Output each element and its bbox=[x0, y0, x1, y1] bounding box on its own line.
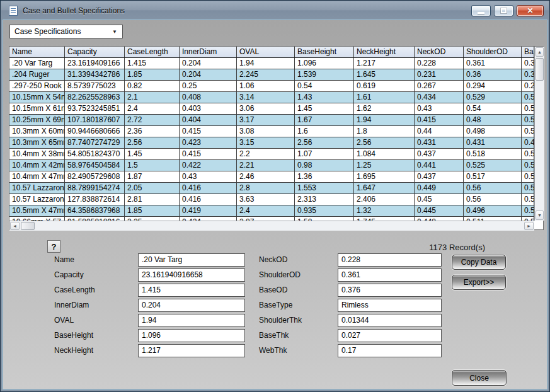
scroll-up-icon: ▲ bbox=[537, 50, 542, 54]
scroll-left-button[interactable]: ◄ bbox=[10, 222, 20, 230]
field-label: NeckHeight bbox=[54, 346, 93, 355]
table-row[interactable]: .204 Ruger31.33943427861.850.2042.2451.5… bbox=[9, 69, 534, 81]
column-header[interactable]: NeckHeight bbox=[354, 47, 415, 57]
column-header[interactable]: InnerDiam bbox=[180, 47, 237, 57]
table-cell: 0.36 bbox=[464, 69, 522, 80]
table-cell: 0.517 bbox=[464, 171, 522, 182]
help-button[interactable]: ? bbox=[47, 240, 60, 253]
table-cell: 0.496 bbox=[464, 205, 522, 216]
table-cell: 1.43 bbox=[295, 92, 354, 103]
field-input[interactable]: 0.361 bbox=[338, 268, 442, 282]
table-cell: 1.084 bbox=[354, 149, 415, 159]
table-cell: 0.56 bbox=[464, 194, 522, 205]
field-input[interactable]: 1.415 bbox=[138, 284, 245, 297]
table-cell: 2.1 bbox=[125, 92, 180, 103]
close-window-button[interactable]: ✕ bbox=[517, 5, 544, 16]
column-header[interactable]: ShoulderOD bbox=[464, 47, 522, 57]
client-area: Case Specifications ▼ NameCapacityCaseLe… bbox=[3, 20, 547, 389]
table-cell: 107.180187607 bbox=[65, 115, 125, 125]
maximize-button[interactable] bbox=[494, 5, 513, 16]
field-label: BaseHeight bbox=[54, 331, 93, 340]
table-cell: 0.935 bbox=[295, 205, 354, 216]
table-cell: 90.9446680666 bbox=[65, 126, 125, 137]
column-header[interactable]: Capacity bbox=[65, 47, 125, 57]
table-row[interactable]: 10.25mm X 69n107.1801876072.720.4043.171… bbox=[9, 115, 534, 126]
table-row[interactable]: 10.3mm X 65mr87.74072747292.560.4233.152… bbox=[9, 137, 534, 149]
field-input[interactable]: 1.217 bbox=[138, 344, 245, 357]
table-cell: 82.2625528963 bbox=[65, 92, 125, 103]
vertical-scrollbar[interactable]: ▲ ▼ bbox=[534, 47, 544, 221]
field-label: OVAL bbox=[54, 316, 74, 325]
table-cell: 58.9764504584 bbox=[65, 160, 125, 171]
table-row[interactable]: 10.3mm X 60mr90.94466806662.360.4153.081… bbox=[9, 126, 534, 137]
close-icon: ✕ bbox=[527, 7, 533, 14]
column-header[interactable]: OVAL bbox=[237, 47, 295, 57]
table-row[interactable]: 10.4mm X 42mr58.97645045841.50.4222.210.… bbox=[9, 160, 534, 171]
table-cell: 0.441 bbox=[415, 160, 464, 171]
table-cell: 3.08 bbox=[237, 126, 295, 137]
table-row[interactable]: .20 Var Targ23.16194091661.4150.2041.941… bbox=[9, 58, 534, 69]
chevron-down-icon: ▼ bbox=[112, 29, 117, 35]
field-input[interactable]: 0.228 bbox=[338, 253, 442, 267]
field-input[interactable]: 0.027 bbox=[338, 329, 442, 342]
table-row[interactable]: 10.5mm X 47mr64.35868379681.850.4192.40.… bbox=[9, 205, 534, 217]
column-header[interactable]: NeckOD bbox=[415, 47, 464, 57]
table-row[interactable]: 10.4mm X 47mr82.49057296081.870.432.461.… bbox=[9, 171, 534, 183]
horizontal-scroll-thumb[interactable] bbox=[21, 222, 35, 230]
copy-data-button[interactable]: Copy Data bbox=[452, 255, 506, 270]
field-input[interactable]: Rimless bbox=[338, 299, 442, 312]
minimize-button[interactable] bbox=[471, 5, 491, 16]
table-cell: 0.518 bbox=[464, 149, 522, 159]
field-input[interactable]: 0.376 bbox=[338, 284, 442, 297]
column-header[interactable]: CaseLength bbox=[125, 47, 180, 57]
field-input[interactable]: 23.161940916658 bbox=[138, 268, 245, 282]
table-cell: 0.3 bbox=[522, 58, 534, 69]
scroll-up-button[interactable]: ▲ bbox=[536, 47, 544, 57]
table-cell: 3.14 bbox=[237, 92, 295, 103]
field-label: BaseThk bbox=[259, 331, 289, 340]
spec-type-dropdown[interactable]: Case Specifications ▼ bbox=[9, 25, 123, 38]
field-label: Capacity bbox=[54, 270, 84, 279]
field-label: InnerDiam bbox=[54, 301, 89, 309]
table-cell: 0.5 bbox=[522, 149, 534, 159]
scroll-right-button[interactable]: ► bbox=[524, 222, 534, 230]
field-input[interactable]: 0.01344 bbox=[338, 314, 442, 327]
export-button[interactable]: Export>> bbox=[452, 275, 506, 290]
table-row[interactable]: 10.4mm X 38mr54.80518243701.450.4152.21.… bbox=[9, 149, 534, 160]
table-cell: 0.431 bbox=[415, 137, 464, 148]
table-cell: 1.8 bbox=[354, 126, 415, 137]
table-cell: 1.87 bbox=[125, 171, 180, 182]
table-cell: 0.98 bbox=[295, 160, 354, 171]
table-row[interactable]: 10.57 Lazzaroni127.8388726142.810.4163.6… bbox=[9, 194, 534, 205]
titlebar: Case and Bullet Specifications ✕ bbox=[1, 1, 549, 20]
table-cell: 2.46 bbox=[237, 171, 295, 182]
field-input[interactable]: .20 Var Targ bbox=[138, 253, 245, 267]
table-cell: 2.36 bbox=[125, 126, 180, 137]
table-cell: 0.437 bbox=[415, 171, 464, 182]
table-row[interactable]: .297-250 Rook I8.57397750230.820.251.060… bbox=[9, 81, 534, 92]
table-cell: 0.415 bbox=[415, 115, 464, 125]
column-header[interactable]: Name bbox=[9, 47, 65, 57]
table-cell: 2.56 bbox=[354, 137, 415, 148]
field-label: ShoulderThk bbox=[259, 316, 302, 325]
field-label: CaseLength bbox=[54, 285, 95, 294]
table-cell: 0.5 bbox=[522, 205, 534, 216]
table-cell: 1.45 bbox=[295, 103, 354, 114]
horizontal-scrollbar[interactable]: ◄ ► bbox=[9, 221, 534, 231]
table-row[interactable]: 10.15mm X 54n82.26255289632.10.4083.141.… bbox=[9, 92, 534, 103]
column-header[interactable]: BaseHeight bbox=[295, 47, 354, 57]
vertical-scroll-thumb[interactable] bbox=[536, 58, 544, 81]
field-input[interactable]: 0.17 bbox=[338, 344, 442, 357]
column-header[interactable]: BaseOD bbox=[522, 47, 534, 57]
table-cell: 82.4905729608 bbox=[65, 171, 125, 182]
table-row[interactable]: 10.57 Lazzaroni88.78991542742.050.4162.8… bbox=[9, 183, 534, 194]
field-input[interactable]: 1.94 bbox=[138, 314, 245, 327]
field-input[interactable]: 1.096 bbox=[138, 329, 245, 342]
scroll-down-button[interactable]: ▼ bbox=[536, 210, 544, 220]
table-cell: 0.422 bbox=[180, 160, 237, 171]
table-row[interactable]: 10.15mm X 61n93.75232458512.40.4033.061.… bbox=[9, 103, 534, 115]
table-cell: 3.63 bbox=[237, 194, 295, 205]
close-button[interactable]: Close bbox=[452, 370, 507, 386]
table-cell: 1.096 bbox=[295, 58, 354, 69]
field-input[interactable]: 0.204 bbox=[138, 299, 245, 312]
